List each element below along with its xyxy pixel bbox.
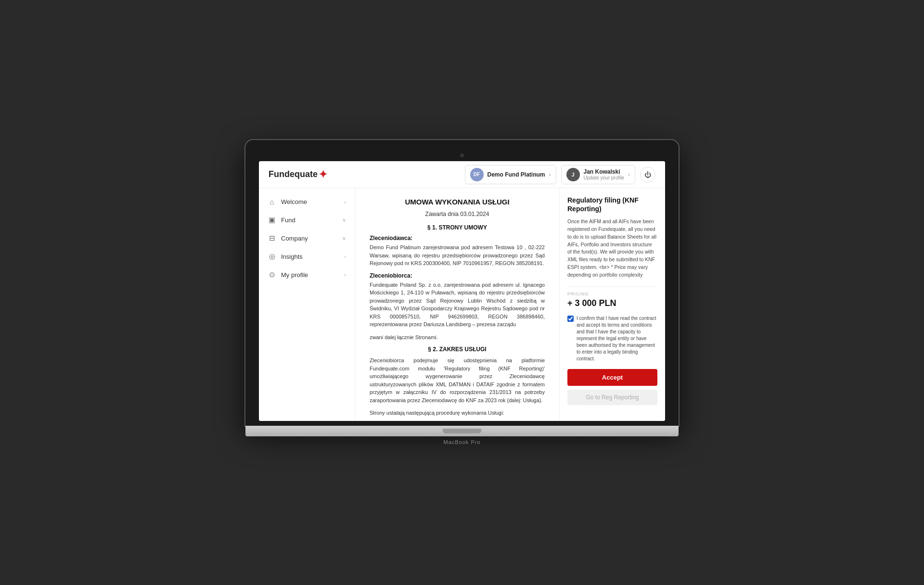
sidebar-label-insights: Insights [281,253,303,260]
main-content: UMOWA WYKONANIA USŁUGI Zawarta dnia 03.0… [355,188,559,421]
go-to-reg-reporting-button: Go to Reg Reporting [567,390,657,405]
user-name: Jan Kowalski [584,168,625,175]
user-chevron-icon: › [628,171,630,178]
user-avatar: J [566,168,580,181]
laptop-label: MacBook Pro [245,439,679,445]
confirm-checkbox[interactable] [567,316,574,322]
profile-icon: ⊙ [268,270,276,279]
zleceniodawca-label: Zleceniodawca: [370,235,545,242]
header: Fundequate✦ DF Demo Fund Platinum › J Ja… [259,161,665,188]
logo-icon: ✦ [319,168,327,181]
sidebar-chevron-company: ∨ [342,235,346,242]
section2-text: Zleceniobiorca podejmuje się udostępnien… [370,356,545,404]
fund-avatar: DF [470,168,484,181]
sidebar-item-left: ▣ Fund [268,216,295,224]
header-controls: DF Demo Fund Platinum › J Jan Kowalski U… [465,165,656,184]
panel-divider [567,286,657,287]
section2-text2: Strony ustalają następującą procedurę wy… [370,409,545,417]
sidebar-label-fund: Fund [281,216,295,224]
fund-chevron-icon: › [549,171,551,178]
laptop-base [245,426,679,436]
sidebar-chevron-insights: › [344,254,346,259]
panel-description: Once the AIFM and all AIFs have been reg… [567,218,657,279]
zwani-text: zwani dalej łącznie Stronami. [370,333,545,342]
section1-title: § 1. STRONY UMOWY [370,224,545,231]
sidebar-chevron-myprofile: › [344,272,346,278]
sidebar: ⌂ Welcome › ▣ Fund ∨ [259,188,355,421]
laptop-frame: Fundequate✦ DF Demo Fund Platinum › J Ja… [245,140,679,445]
panel-title: Regulatory filing (KNF Reporting) [567,196,657,213]
sidebar-item-welcome[interactable]: ⌂ Welcome › [259,193,355,211]
fund-name: Demo Fund Platinum [488,171,545,178]
screen-bezel: Fundequate✦ DF Demo Fund Platinum › J Ja… [245,140,679,426]
sidebar-item-myprofile[interactable]: ⊙ My profile › [259,266,355,284]
sidebar-item-left: ⊙ My profile [268,270,308,279]
app: Fundequate✦ DF Demo Fund Platinum › J Ja… [259,161,665,421]
right-panel: Regulatory filing (KNF Reporting) Once t… [559,188,665,421]
power-button[interactable]: ⏻ [640,167,655,182]
logo-equate-text: equate [290,169,318,179]
content-area: ⌂ Welcome › ▣ Fund ∨ [259,188,665,421]
insights-icon: ◎ [268,252,276,261]
confirm-checkbox-row: I confirm that I have read the contract … [567,315,657,362]
sidebar-item-left: ⌂ Welcome [268,198,307,206]
user-selector[interactable]: J Jan Kowalski Update your profile › [561,165,636,184]
zleceniobiorca-text: Fundequate Poland Sp. z o.o. zarejestrow… [370,281,545,329]
sidebar-label-welcome: Welcome [281,198,307,205]
zleceniobiorca-label: Zleceniobiorca: [370,272,545,279]
laptop-notch [443,429,481,433]
logo: Fundequate✦ [269,168,327,181]
power-icon: ⏻ [644,171,651,178]
sidebar-chevron-welcome: › [344,199,346,205]
sidebar-chevron-fund: ∨ [342,217,346,223]
pricing-label: PRICING [567,292,657,296]
sidebar-item-left: ⊟ Company [268,234,308,242]
screen: Fundequate✦ DF Demo Fund Platinum › J Ja… [259,161,665,421]
fund-icon: ▣ [268,216,276,224]
fund-selector[interactable]: DF Demo Fund Platinum › [465,165,556,184]
section2-title: § 2. ZAKRES USŁUGI [370,346,545,353]
home-icon: ⌂ [268,198,276,206]
pricing-value: + 3 000 PLN [567,298,657,308]
zleceniodawca-text: Demo Fund Platinum zarejestrowana pod ad… [370,243,545,267]
sidebar-item-company[interactable]: ⊟ Company ∨ [259,229,355,247]
sidebar-item-left: ◎ Insights [268,252,303,261]
confirm-checkbox-label: I confirm that I have read the contract … [577,315,657,362]
logo-fund-text: Fund [269,169,290,179]
document-date: Zawarta dnia 03.01.2024 [370,211,545,217]
sidebar-label-myprofile: My profile [281,271,308,279]
sidebar-label-company: Company [281,235,308,242]
sidebar-item-insights[interactable]: ◎ Insights › [259,247,355,266]
company-icon: ⊟ [268,234,276,242]
sidebar-item-fund[interactable]: ▣ Fund ∨ [259,211,355,229]
document-title: UMOWA WYKONANIA USŁUGI [370,198,545,206]
camera [460,153,464,157]
accept-button[interactable]: Accept [567,369,657,386]
user-subtitle: Update your profile [584,175,625,180]
user-info: Jan Kowalski Update your profile [584,168,625,180]
